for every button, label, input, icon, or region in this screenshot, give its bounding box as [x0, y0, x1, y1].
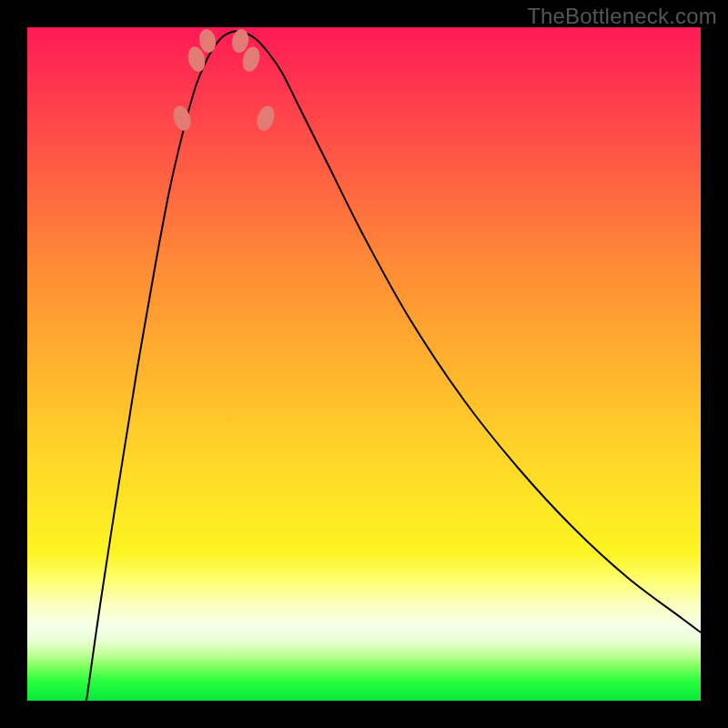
chart-curve [86, 31, 701, 701]
watermark-text: TheBottleneck.com [527, 4, 717, 29]
curve-marker [170, 104, 194, 133]
curve-marker [254, 104, 278, 133]
curve-marker [230, 28, 250, 55]
chart-svg [27, 27, 701, 701]
chart-frame: TheBottleneck.com [0, 0, 728, 728]
curve-marker [240, 45, 263, 74]
chart-plot-area [27, 27, 701, 701]
chart-markers [170, 28, 278, 133]
curve-marker [197, 28, 217, 55]
curve-marker [186, 45, 208, 74]
